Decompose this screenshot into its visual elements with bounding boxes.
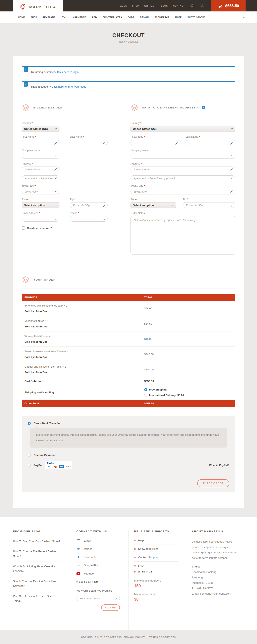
paypal-radio[interactable]: [28, 464, 31, 467]
top-nav: PAGES SHOP WISHLIST BLOG CONTACT: [119, 4, 185, 7]
billing-zip-input[interactable]: [70, 202, 108, 208]
nav-psd[interactable]: PSD: [92, 16, 97, 18]
free-shipping-radio[interactable]: [144, 388, 147, 391]
search-icon[interactable]: [190, 4, 195, 8]
top-nav-pages[interactable]: PAGES: [119, 4, 127, 7]
required-mark: *: [144, 184, 145, 188]
ship-different-checkbox[interactable]: [202, 106, 206, 109]
nav-html[interactable]: HTML: [61, 16, 67, 18]
help-link[interactable]: Knowladge Base: [134, 545, 178, 553]
order-row: Gadget and Things on the Table × 1 Sold …: [22, 362, 235, 377]
blog-link[interactable]: How To Start Your Own Fashion Store?: [13, 539, 62, 546]
brand-name: MARKETICA: [29, 5, 56, 9]
cart-button[interactable]: $653.50: [211, 0, 246, 12]
order-row: Variant of Laptop × 1 Sold by: John Doe …: [22, 316, 235, 332]
user-account-icon[interactable]: [200, 4, 205, 8]
top-nav-contact[interactable]: CONTACT: [173, 4, 185, 7]
login-link[interactable]: Click here to login: [57, 70, 78, 74]
create-account-checkbox[interactable]: [22, 226, 25, 230]
bank-transfer-radio[interactable]: [28, 422, 31, 425]
signup-button[interactable]: SIGN UP: [101, 604, 120, 611]
nav-template[interactable]: TEMPLATE: [43, 16, 55, 18]
shipping-street-input[interactable]: [130, 166, 235, 172]
privacy-policy-link[interactable]: PRIVACY POLICY: [124, 636, 145, 638]
blog-link[interactable]: How To Choose The Perfect Fashion Store?: [13, 546, 62, 561]
billing-state-select[interactable]: Select an option...: [22, 202, 60, 208]
nav-photo-stocks[interactable]: PHOTO STOCKS: [188, 16, 206, 18]
shipping-zip-input[interactable]: [183, 202, 235, 208]
paypal-label[interactable]: PayPal: [34, 464, 42, 467]
help-link[interactable]: Contact Support: [134, 553, 178, 562]
social-link-facebook[interactable]: f Facebook: [76, 556, 123, 559]
blog-link[interactable]: Plus Size Fashion: Is There Such a Thing…: [13, 591, 62, 606]
brand-logo[interactable]: MARKETICA: [13, 0, 63, 14]
nav-ecommerce[interactable]: ECOMMERCE: [154, 16, 170, 18]
nav-muse[interactable]: MUSE: [175, 16, 182, 18]
order-total-value: $653.50: [141, 400, 235, 407]
create-account-label[interactable]: Create an account?: [27, 226, 52, 230]
bank-transfer-label[interactable]: Direct Bank Transfer: [34, 422, 60, 425]
what-is-paypal-link[interactable]: What is PayPal?: [209, 464, 229, 467]
pen-icon: [230, 190, 233, 193]
nav-marketing[interactable]: MARKETING: [73, 16, 86, 18]
nav-home[interactable]: HOME: [18, 16, 25, 18]
shipping-last-name-input[interactable]: [186, 140, 235, 145]
international-delivery-radio[interactable]: [144, 394, 147, 397]
shipping-company-input[interactable]: [130, 153, 235, 159]
youtube-icon: [76, 572, 80, 576]
shipping-first-name-input[interactable]: [130, 140, 180, 145]
billing-apartment-input[interactable]: [22, 175, 60, 181]
billing-company-input[interactable]: [22, 153, 60, 159]
coupon-link[interactable]: Click here to enter your code: [52, 85, 86, 88]
order-notes-textarea[interactable]: [130, 216, 235, 254]
place-order-button[interactable]: PLACE ORDER: [197, 479, 229, 487]
cheque-payment-label[interactable]: Cheque Payment: [34, 454, 56, 456]
pen-icon: [54, 190, 57, 193]
billing-first-name-input[interactable]: [22, 140, 60, 145]
shipping-state-select[interactable]: Select an option...: [130, 202, 176, 208]
order-row: Proton Absolute Wordpress Themes × 1 Sol…: [22, 347, 235, 362]
pen-icon: [230, 154, 233, 158]
speech-pointer: [35, 426, 38, 428]
blog-link[interactable]: Should You Use Fashion Consultant Servic…: [13, 576, 62, 591]
social-link-twitter[interactable]: Twitter: [76, 547, 123, 551]
nav-design[interactable]: DESIGN: [140, 16, 148, 18]
cheque-payment-radio[interactable]: [28, 454, 31, 456]
free-shipping-label[interactable]: Free Shipping: [149, 388, 167, 391]
blog-link[interactable]: What is So Alluring About Celebrity Fash…: [13, 562, 62, 576]
shipping-country-select[interactable]: United States (US): [130, 126, 235, 132]
terms-link[interactable]: TERMS OF SERVICES: [149, 636, 176, 638]
nav-cms-templates[interactable]: CMS TEMPLATES: [102, 16, 122, 18]
social-link-youtube[interactable]: Youtube: [76, 572, 123, 576]
billing-street-input[interactable]: [22, 166, 60, 172]
billing-country-select[interactable]: United States (US): [22, 126, 60, 132]
breadcrumb-home[interactable]: Home: [119, 40, 126, 43]
shipping-apartment-input[interactable]: [130, 175, 235, 181]
international-delivery-label[interactable]: International Delivery: $5.90: [149, 394, 184, 397]
top-nav-blog[interactable]: BLOG: [161, 4, 168, 7]
billing-phone-input[interactable]: [70, 216, 108, 222]
social-link-google-plus[interactable]: g+ Google Plus: [76, 564, 123, 567]
connect-heading: CONNECT WITH US: [76, 530, 123, 533]
required-mark: *: [32, 122, 32, 124]
help-link[interactable]: FAQ: [134, 562, 178, 570]
product-seller: Sold by: John Doe: [24, 356, 48, 358]
social-link-email[interactable]: Email: [76, 539, 123, 542]
footer-blog-column: FROM OUR BLOG How To Start Your Own Fash…: [13, 530, 71, 630]
help-link[interactable]: Help: [134, 539, 178, 545]
billing-last-name-input[interactable]: [70, 140, 108, 145]
required-mark: *: [137, 198, 138, 201]
required-mark: *: [39, 212, 40, 214]
nav-code[interactable]: CODE: [128, 16, 134, 18]
nav-more-chevron-icon[interactable]: »: [243, 16, 244, 19]
bank-transfer-option: Direct Bank Transfer: [28, 422, 229, 425]
first-name-label: First Name: [130, 135, 143, 138]
top-nav-wishlist[interactable]: WISHLIST: [144, 4, 156, 7]
shipping-town-input[interactable]: [130, 189, 235, 194]
top-nav-shop[interactable]: SHOP: [132, 4, 139, 7]
billing-town-input[interactable]: [22, 189, 60, 194]
top-bar: MARKETICA PAGES SHOP WISHLIST BLOG CONTA…: [0, 0, 257, 12]
billing-email-input[interactable]: [22, 216, 60, 222]
newsletter-email-input[interactable]: [76, 596, 120, 602]
nav-shop[interactable]: SHOP: [31, 16, 37, 18]
